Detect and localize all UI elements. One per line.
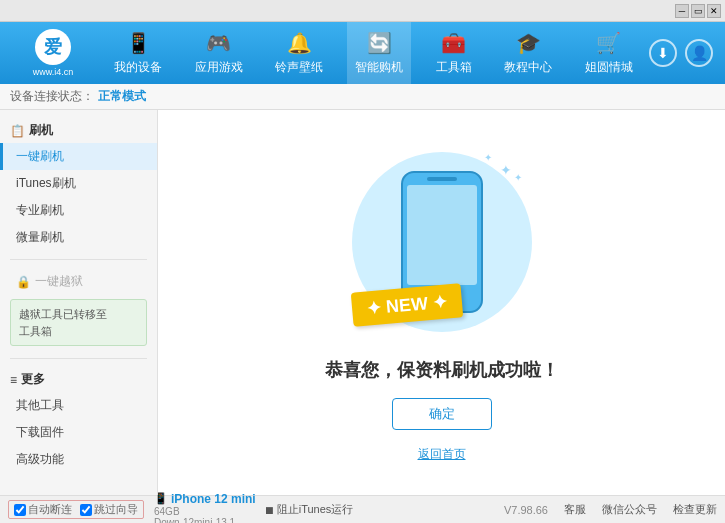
nav-my-device[interactable]: 📱 我的设备 <box>106 22 170 84</box>
sidebar-item-itunes-flash[interactable]: iTunes刷机 <box>0 170 157 197</box>
status-value: 正常模式 <box>98 88 146 105</box>
sidebar-flash-title: 📋 刷机 <box>0 118 157 143</box>
confirm-button[interactable]: 确定 <box>392 398 492 430</box>
header-right: ⬇ 👤 <box>649 39 717 67</box>
sidebar-item-micro-flash[interactable]: 微量刷机 <box>0 224 157 251</box>
success-text: 恭喜您，保资料刷机成功啦！ <box>325 358 559 382</box>
my-device-icon: 📱 <box>126 31 151 55</box>
nav-my-device-label: 我的设备 <box>114 59 162 76</box>
main-layout: 📋 刷机 一键刷机 iTunes刷机 专业刷机 微量刷机 🔒 一键越狱 <box>0 110 725 495</box>
device-storage: 64GB <box>154 506 256 517</box>
nav-ringtones[interactable]: 🔔 铃声壁纸 <box>267 22 331 84</box>
nav-ringtones-label: 铃声壁纸 <box>275 59 323 76</box>
bottom-left: 自动断连 跳过向导 <box>8 500 144 519</box>
sidebar-flash-section: 📋 刷机 一键刷机 iTunes刷机 专业刷机 微量刷机 <box>0 114 157 255</box>
apps-icon: 🎮 <box>206 31 231 55</box>
wechat-link[interactable]: 微信公众号 <box>602 502 657 517</box>
lock-icon: 🔒 <box>16 275 31 289</box>
nav-taobao[interactable]: 🛒 姐圆情城 <box>577 22 641 84</box>
ringtones-icon: 🔔 <box>287 31 312 55</box>
version-text: V7.98.66 <box>504 504 548 516</box>
nav-smart-shop[interactable]: 🔄 智能购机 <box>347 22 411 84</box>
header: 爱 www.i4.cn 📱 我的设备 🎮 应用游戏 🔔 铃声壁纸 🔄 智能购机 … <box>0 22 725 84</box>
flash-title-icon: 📋 <box>10 124 25 138</box>
tutorials-icon: 🎓 <box>516 31 541 55</box>
sidebar-divider-2 <box>10 358 147 359</box>
sidebar: 📋 刷机 一键刷机 iTunes刷机 专业刷机 微量刷机 🔒 一键越狱 <box>0 110 158 495</box>
sidebar-item-download-fw[interactable]: 下载固件 <box>0 419 157 446</box>
nav-bar: 📱 我的设备 🎮 应用游戏 🔔 铃声壁纸 🔄 智能购机 🧰 工具箱 🎓 教程中心… <box>98 22 649 84</box>
logo-icon: 爱 <box>35 29 71 65</box>
svg-rect-1 <box>407 185 477 285</box>
title-bar: ─ ▭ ✕ <box>0 0 725 22</box>
bottom-right: V7.98.66 客服 微信公众号 检查更新 <box>504 502 717 517</box>
nav-apps[interactable]: 🎮 应用游戏 <box>187 22 251 84</box>
bottom-bar: 自动断连 跳过向导 📱 iPhone 12 mini 64GB Down-12m… <box>0 495 725 523</box>
close-btn[interactable]: ✕ <box>707 4 721 18</box>
device-info: 📱 iPhone 12 mini 64GB Down-12mini-13,1 <box>154 492 256 524</box>
taobao-icon: 🛒 <box>596 31 621 55</box>
smart-shop-icon: 🔄 <box>367 31 392 55</box>
more-icon: ≡ <box>10 373 17 387</box>
stop-itunes-btn[interactable]: ⏹ 阻止iTunes运行 <box>264 502 354 517</box>
nav-taobao-label: 姐圆情城 <box>585 59 633 76</box>
auto-connect-text: 自动断连 <box>28 502 72 517</box>
nav-smart-shop-label: 智能购机 <box>355 59 403 76</box>
sparkle-1: ✦ <box>500 162 512 178</box>
restore-btn[interactable]: ▭ <box>691 4 705 18</box>
customer-service-link[interactable]: 客服 <box>564 502 586 517</box>
nav-tutorials-label: 教程中心 <box>504 59 552 76</box>
download-btn[interactable]: ⬇ <box>649 39 677 67</box>
toolbox-icon: 🧰 <box>441 31 466 55</box>
stop-icon: ⏹ <box>264 504 275 516</box>
sparkle-2: ✦ <box>484 152 492 163</box>
check-update-link[interactable]: 检查更新 <box>673 502 717 517</box>
sparkle-3: ✦ <box>514 172 522 183</box>
sidebar-jailbreak-title: 🔒 一键越狱 <box>0 268 157 295</box>
sidebar-more-title: ≡ 更多 <box>0 367 157 392</box>
window-controls[interactable]: ─ ▭ ✕ <box>675 4 721 18</box>
sidebar-item-advanced[interactable]: 高级功能 <box>0 446 157 473</box>
minimize-btn[interactable]: ─ <box>675 4 689 18</box>
status-bar: 设备连接状态： 正常模式 <box>0 84 725 110</box>
logo-area[interactable]: 爱 www.i4.cn <box>8 29 98 77</box>
back-link[interactable]: 返回首页 <box>418 446 466 463</box>
sidebar-divider-1 <box>10 259 147 260</box>
nav-tutorials[interactable]: 🎓 教程中心 <box>496 22 560 84</box>
device-name: iPhone 12 mini <box>171 492 256 506</box>
nav-toolbox[interactable]: 🧰 工具箱 <box>428 22 480 84</box>
status-label: 设备连接状态： <box>10 88 94 105</box>
nav-toolbox-label: 工具箱 <box>436 59 472 76</box>
sidebar-item-other-tools[interactable]: 其他工具 <box>0 392 157 419</box>
sidebar-item-one-key-flash[interactable]: 一键刷机 <box>0 143 157 170</box>
checkbox-group: 自动断连 跳过向导 <box>8 500 144 519</box>
device-firmware: Down-12mini-13,1 <box>154 517 256 524</box>
content-area: ✦ NEW ✦ ✦ ✦ ✦ 恭喜您，保资料刷机成功啦！ 确定 返回首页 <box>158 110 725 495</box>
logo-url: www.i4.cn <box>33 67 74 77</box>
skip-wizard-checkbox[interactable] <box>80 504 92 516</box>
auto-connect-label[interactable]: 自动断连 <box>14 502 72 517</box>
user-btn[interactable]: 👤 <box>685 39 713 67</box>
sidebar-more-section: ≡ 更多 其他工具 下载固件 高级功能 <box>0 363 157 477</box>
sidebar-item-pro-flash[interactable]: 专业刷机 <box>0 197 157 224</box>
nav-apps-label: 应用游戏 <box>195 59 243 76</box>
auto-connect-checkbox[interactable] <box>14 504 26 516</box>
sidebar-jailbreak-section: 🔒 一键越狱 越狱工具已转移至工具箱 <box>0 264 157 354</box>
skip-wizard-label[interactable]: 跳过向导 <box>80 502 138 517</box>
success-illustration: ✦ NEW ✦ ✦ ✦ ✦ <box>342 142 542 342</box>
svg-rect-3 <box>427 177 457 181</box>
sidebar-jailbreak-note: 越狱工具已转移至工具箱 <box>10 299 147 346</box>
skip-wizard-text: 跳过向导 <box>94 502 138 517</box>
